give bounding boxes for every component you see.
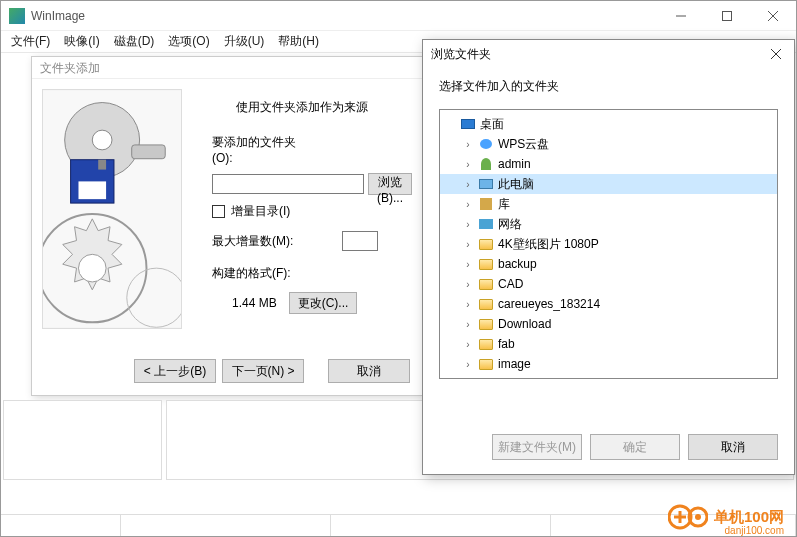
incremental-checkbox[interactable] xyxy=(212,205,225,218)
browse-cancel-button[interactable]: 取消 xyxy=(688,434,778,460)
tree-item-label: 此电脑 xyxy=(498,176,534,193)
expander-icon[interactable]: › xyxy=(462,239,474,250)
tree-item[interactable]: ›CAD xyxy=(440,274,777,294)
wizard-cancel-button[interactable]: 取消 xyxy=(328,359,410,383)
cloud-icon xyxy=(478,136,494,152)
folder-icon xyxy=(478,296,494,312)
browse-button[interactable]: 浏览(B)... xyxy=(368,173,412,195)
folder-icon xyxy=(478,316,494,332)
watermark-logo-icon xyxy=(668,504,708,530)
browse-folder-dialog: 浏览文件夹 选择文件加入的文件夹 桌面›WPS云盘›admin›此电脑›库›网络… xyxy=(422,39,795,475)
menu-file[interactable]: 文件(F) xyxy=(5,31,56,52)
status-cell-2 xyxy=(121,515,331,536)
tree-item-label: WPS云盘 xyxy=(498,136,549,153)
expander-icon[interactable]: › xyxy=(462,199,474,210)
app-title: WinImage xyxy=(31,9,658,23)
expander-icon[interactable]: › xyxy=(462,279,474,290)
add-folder-wizard: 文件夹添加 使用文件夹添加作为来源 要添加的文件夹(O) xyxy=(31,56,423,396)
tree-item[interactable]: 桌面 xyxy=(440,114,777,134)
folder-input[interactable] xyxy=(212,174,364,194)
maximize-button[interactable] xyxy=(704,1,750,31)
watermark: 单机100网 xyxy=(668,504,784,530)
folder-label: 要添加的文件夹(O): xyxy=(192,134,302,165)
menu-image[interactable]: 映像(I) xyxy=(58,31,105,52)
tree-item[interactable]: ›WPS云盘 xyxy=(440,134,777,154)
tree-item[interactable]: ›careueyes_183214 xyxy=(440,294,777,314)
minimize-button[interactable] xyxy=(658,1,704,31)
tree-item-label: Download xyxy=(498,317,551,331)
browse-ok-button[interactable]: 确定 xyxy=(590,434,680,460)
expander-icon[interactable]: › xyxy=(462,219,474,230)
expander-icon[interactable]: › xyxy=(462,359,474,370)
tree-item[interactable]: ›网络 xyxy=(440,214,777,234)
expander-icon[interactable]: › xyxy=(462,299,474,310)
incremental-label: 增量目录(I) xyxy=(231,203,290,220)
tree-item[interactable]: ›backup xyxy=(440,254,777,274)
tree-item[interactable]: ›此电脑 xyxy=(440,174,777,194)
tree-item-label: 网络 xyxy=(498,216,522,233)
tree-item[interactable]: ›image xyxy=(440,354,777,374)
tree-item[interactable]: ›库 xyxy=(440,194,777,214)
wizard-title: 文件夹添加 xyxy=(32,57,422,79)
tree-item[interactable]: ›fab xyxy=(440,334,777,354)
browse-close-button[interactable] xyxy=(766,44,786,64)
tree-item-label: admin xyxy=(498,157,531,171)
expander-icon[interactable]: › xyxy=(462,319,474,330)
tree-item[interactable]: ›Download xyxy=(440,314,777,334)
expander-icon[interactable]: › xyxy=(462,179,474,190)
status-cell-3 xyxy=(331,515,551,536)
format-label: 构建的格式(F): xyxy=(192,265,302,282)
folder-icon xyxy=(478,276,494,292)
back-button[interactable]: < 上一步(B) xyxy=(134,359,216,383)
user-icon xyxy=(478,156,494,172)
svg-rect-9 xyxy=(98,160,106,170)
folder-tree[interactable]: 桌面›WPS云盘›admin›此电脑›库›网络›4K壁纸图片 1080P›bac… xyxy=(439,109,778,379)
folder-icon xyxy=(478,356,494,372)
menu-help[interactable]: 帮助(H) xyxy=(272,31,325,52)
change-button[interactable]: 更改(C)... xyxy=(289,292,358,314)
tree-item-label: 4K壁纸图片 1080P xyxy=(498,236,599,253)
status-cell-1 xyxy=(1,515,121,536)
desktop-icon xyxy=(460,116,476,132)
svg-point-12 xyxy=(78,254,106,282)
pc-icon xyxy=(478,176,494,192)
expander-icon[interactable]: › xyxy=(462,139,474,150)
expander-icon[interactable]: › xyxy=(462,159,474,170)
app-icon xyxy=(9,8,25,24)
browse-subtitle: 选择文件加入的文件夹 xyxy=(423,68,794,109)
svg-rect-10 xyxy=(132,145,166,159)
tree-item[interactable]: ›admin xyxy=(440,154,777,174)
lib-icon xyxy=(478,196,494,212)
svg-point-20 xyxy=(695,514,701,520)
wizard-form: 使用文件夹添加作为来源 要添加的文件夹(O): 浏览(B)... 增量目录(I)… xyxy=(192,89,412,329)
max-inc-input[interactable] xyxy=(342,231,378,251)
tree-item-label: 库 xyxy=(498,196,510,213)
wizard-heading: 使用文件夹添加作为来源 xyxy=(192,99,412,116)
folder-icon xyxy=(478,256,494,272)
expander-icon[interactable]: › xyxy=(462,339,474,350)
tree-item-label: CAD xyxy=(498,277,523,291)
window-controls xyxy=(658,1,796,31)
expander-icon[interactable]: › xyxy=(462,259,474,270)
close-button[interactable] xyxy=(750,1,796,31)
new-folder-button[interactable]: 新建文件夹(M) xyxy=(492,434,582,460)
net-icon xyxy=(478,216,494,232)
svg-rect-1 xyxy=(723,11,732,20)
tree-item-label: 桌面 xyxy=(480,116,504,133)
svg-rect-8 xyxy=(78,181,106,199)
next-button[interactable]: 下一页(N) > xyxy=(222,359,304,383)
folder-icon xyxy=(478,236,494,252)
menu-upgrade[interactable]: 升级(U) xyxy=(218,31,271,52)
max-inc-label: 最大增量数(M): xyxy=(192,233,302,250)
svg-point-6 xyxy=(92,130,112,150)
wizard-illustration xyxy=(42,89,182,329)
format-size-value: 1.44 MB xyxy=(192,296,277,310)
tree-item[interactable]: ›4K壁纸图片 1080P xyxy=(440,234,777,254)
tree-item-label: fab xyxy=(498,337,515,351)
menu-options[interactable]: 选项(O) xyxy=(162,31,215,52)
tree-item-label: careueyes_183214 xyxy=(498,297,600,311)
browse-title: 浏览文件夹 xyxy=(431,46,491,63)
tree-item-label: image xyxy=(498,357,531,371)
left-panel xyxy=(3,400,162,480)
menu-disk[interactable]: 磁盘(D) xyxy=(108,31,161,52)
